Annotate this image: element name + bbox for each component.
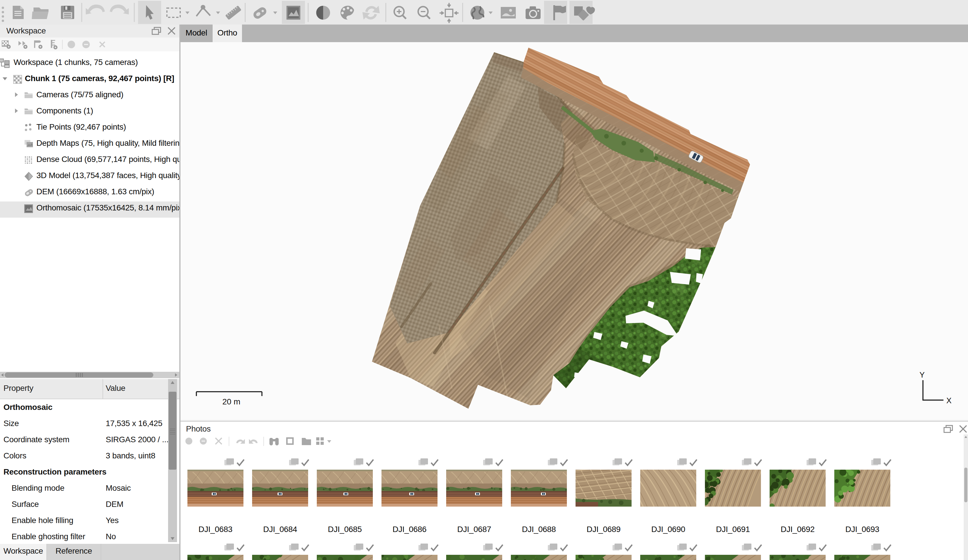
- svg-text:X: X: [946, 396, 951, 405]
- svg-text:Y: Y: [920, 371, 925, 379]
- svg-text:20 m: 20 m: [222, 397, 240, 406]
